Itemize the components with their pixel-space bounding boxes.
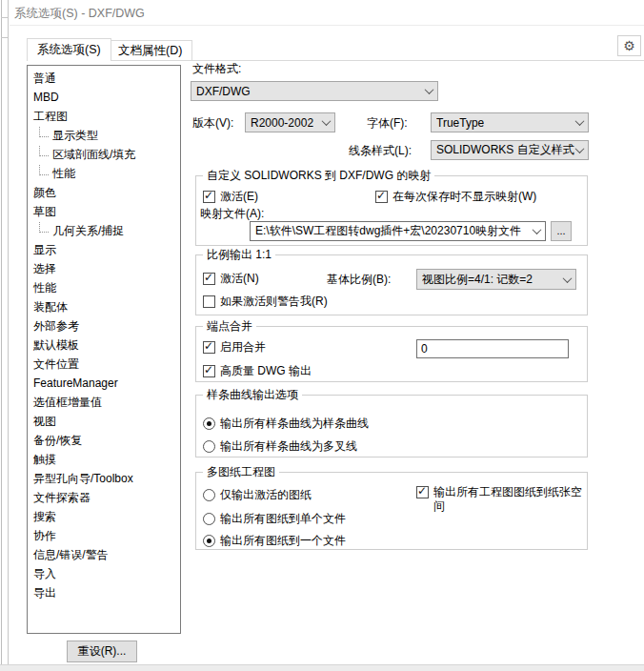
mapping-activate-row: 激活(E) [203, 190, 258, 204]
scale-activate-checkbox[interactable] [203, 273, 215, 285]
map-file-combobox[interactable]: E:\软件\SW工程图转dwg插件+宏\20230710映射文件 [250, 221, 546, 241]
tab-document-properties[interactable]: 文档属性(D) [108, 40, 192, 60]
sidebar-item-general[interactable]: 普通 [28, 69, 180, 88]
paper-space-checkbox[interactable] [416, 486, 429, 498]
sidebar-item-external-references[interactable]: 外部参考 [28, 316, 180, 336]
export-active-sheet-row: 仅输出激活的图纸 [203, 488, 312, 502]
sidebar-item-colors[interactable]: 颜色 [28, 183, 180, 202]
sidebar-item-display[interactable]: 显示 [28, 240, 180, 259]
mapping-activate-checkbox[interactable] [203, 191, 215, 203]
sidebar-item-file-explorer[interactable]: 文件探索器 [28, 488, 180, 507]
version-select[interactable]: R2000-2002 [245, 112, 335, 132]
sidebar-item-drawings[interactable]: 工程图 [28, 107, 180, 126]
sidebar-item-touch[interactable]: 触摸 [28, 450, 180, 469]
sidebar-item-drawings-performance[interactable]: 性能 [28, 164, 180, 183]
sidebar-item-assemblies[interactable]: 装配体 [28, 297, 180, 316]
line-style-label: 线条样式(L): [349, 143, 412, 159]
sidebar-item-performance[interactable]: 性能 [28, 278, 180, 297]
options-search-button[interactable]: ⚙ [617, 35, 641, 56]
spline-as-spline-row: 输出所有样条曲线为样条曲线 [203, 417, 369, 431]
sidebar-item-search[interactable]: 搜索 [28, 507, 180, 526]
map-file-label: 映射文件(A): [200, 206, 264, 222]
mapping-dont-show-row: 在每次保存时不显示映射(W) [375, 190, 536, 204]
export-sheets-one-file-radio[interactable] [203, 535, 215, 547]
multisheet-group-title: 多图纸工程图 [203, 464, 279, 480]
sidebar-item-backup-recover[interactable]: 备份/恢复 [28, 431, 180, 450]
tree-connector-icon [39, 146, 49, 156]
chevron-down-icon [533, 225, 542, 234]
export-splines-as-splines-radio[interactable] [203, 417, 215, 430]
warn-if-activated-checkbox[interactable] [203, 295, 215, 308]
sidebar-item-mbd[interactable]: MBD [28, 88, 180, 107]
base-scale-select[interactable]: 视图比例=4/1: 记数=2 [416, 269, 576, 290]
reset-button[interactable]: 重设(R)... [67, 640, 137, 662]
sidebar-item-default-templates[interactable]: 默认模板 [28, 336, 180, 355]
browse-button[interactable]: ... [551, 221, 572, 241]
export-sheets-one-file-row: 输出所有图纸到一个文件 [203, 534, 346, 548]
base-scale-label: 基体比例(B): [327, 272, 391, 288]
line-style-select[interactable]: SOLIDWORKS 自定义样式 [431, 140, 589, 160]
background-window-edge [0, 0, 10, 671]
dont-show-mapping-checkbox[interactable] [375, 191, 388, 203]
tree-connector-icon [39, 222, 49, 233]
high-quality-dwg-checkbox[interactable] [203, 365, 215, 377]
dialog-footer-strip [0, 664, 644, 671]
custom-mapping-group-title: 自定义 SOLIDWORKS 到 DXF/DWG 的映射 [203, 168, 434, 184]
options-category-list: 普通 MBD 工程图 显示类型 区域剖面线/填充 性能 颜色 草图 几何关系/捕… [27, 65, 181, 634]
sidebar-item-view[interactable]: 视图 [28, 412, 180, 431]
tab-system-options[interactable]: 系统选项(S) [27, 38, 111, 61]
sidebar-item-export[interactable]: 导出 [28, 583, 180, 602]
sidebar-item-sketch[interactable]: 草图 [28, 202, 180, 221]
sidebar-item-display-style[interactable]: 显示类型 [28, 126, 180, 145]
sidebar-item-relations-snaps[interactable]: 几何关系/捕捉 [28, 221, 180, 240]
spline-as-polyline-row: 输出所有样条曲线为多叉线 [203, 439, 357, 454]
spline-output-group-title: 样条曲线输出选项 [203, 387, 302, 403]
gear-icon: ⚙ [623, 39, 635, 52]
export-sheets-separate-files-row: 输出所有图纸到单个文件 [203, 512, 346, 526]
tab-strip-divider [27, 60, 644, 61]
export-sheets-separate-files-radio[interactable] [203, 513, 215, 525]
file-format-label: 文件格式: [192, 61, 241, 77]
sidebar-item-spin-box-increments[interactable]: 选值框增量值 [28, 393, 180, 412]
chevron-down-icon [575, 116, 585, 126]
scale-activate-row: 激活(N) [203, 272, 259, 286]
scale-warn-row: 如果激活则警告我(R) [203, 295, 328, 309]
dialog-title: 系统选项(S) - DXF/DWG [14, 6, 145, 22]
tree-connector-icon [39, 165, 49, 175]
paper-space-row: 输出所有工程图图纸到纸张空间 [416, 485, 586, 514]
scale-output-group-title: 比例输出 1:1 [203, 247, 275, 263]
enable-merge-checkbox[interactable] [203, 341, 215, 354]
sidebar-item-selection[interactable]: 选择 [28, 259, 180, 278]
sidebar-item-collaboration[interactable]: 协作 [28, 526, 180, 545]
tree-connector-icon [39, 127, 49, 137]
export-active-sheet-radio[interactable] [203, 489, 215, 501]
sidebar-item-featuremanager[interactable]: FeatureManager [28, 374, 180, 393]
file-format-select[interactable]: DXF/DWG [191, 81, 438, 101]
chevron-down-icon [425, 85, 434, 94]
endpoint-merge-group-title: 端点合并 [203, 318, 256, 335]
chevron-down-icon [322, 116, 332, 126]
export-splines-as-polylines-radio[interactable] [203, 440, 215, 453]
sidebar-item-area-hatch[interactable]: 区域剖面线/填充 [28, 145, 180, 164]
font-label: 字体(F): [367, 115, 408, 132]
chevron-down-icon [575, 144, 585, 153]
version-label: 版本(V): [192, 115, 233, 132]
chevron-down-icon [563, 274, 573, 283]
sidebar-item-import[interactable]: 导入 [28, 564, 180, 583]
merge-tolerance-input[interactable] [416, 339, 569, 358]
font-select[interactable]: TrueType [431, 112, 589, 132]
sidebar-item-messages-errors-warnings[interactable]: 信息/错误/警告 [28, 545, 180, 564]
dialog-titlebar: 系统选项(S) - DXF/DWG [10, 0, 644, 26]
sidebar-item-file-locations[interactable]: 文件位置 [28, 355, 180, 374]
enable-merge-row: 启用合并 [203, 340, 266, 355]
sidebar-item-hole-wizard-toolbox[interactable]: 异型孔向导/Toolbox [28, 469, 180, 488]
high-quality-dwg-row: 高质量 DWG 输出 [203, 364, 312, 378]
